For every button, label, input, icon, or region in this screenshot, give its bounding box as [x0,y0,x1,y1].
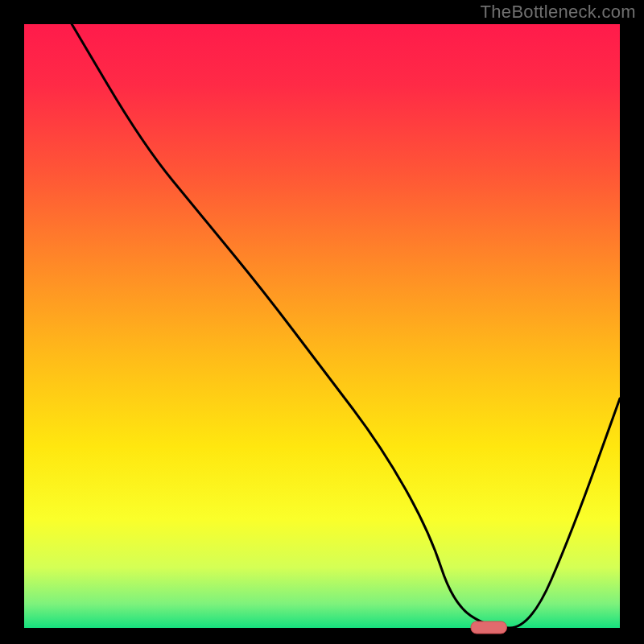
watermark-label: TheBottleneck.com [481,2,636,23]
plot-area [24,24,620,628]
optimal-marker [471,621,506,634]
bottleneck-chart [0,0,644,644]
chart-stage: TheBottleneck.com [0,0,644,644]
